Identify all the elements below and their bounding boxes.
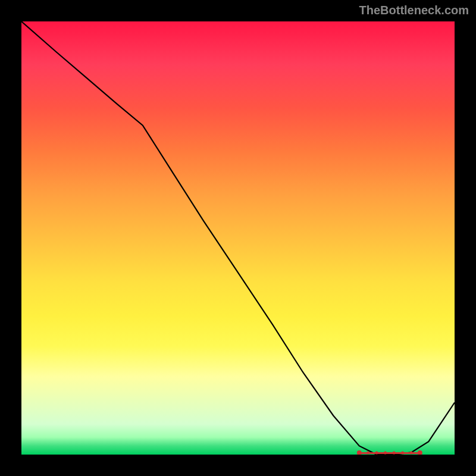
- marker-dot: [367, 452, 369, 455]
- marker-dot: [357, 450, 362, 455]
- plot-area: [21, 21, 455, 455]
- marker-dot: [384, 452, 387, 455]
- chart-container: TheBottleneck.com: [0, 0, 476, 476]
- marker-bar: [359, 452, 420, 454]
- marker-dot: [410, 452, 413, 455]
- marker-dot: [401, 452, 404, 455]
- watermark-text: TheBottleneck.com: [359, 4, 469, 17]
- marker-dot: [375, 452, 378, 455]
- bottleneck-curve: [21, 21, 455, 455]
- chart-svg: [21, 21, 455, 455]
- marker-dot: [393, 452, 396, 455]
- optimal-range-markers: [357, 450, 422, 455]
- marker-dot: [418, 450, 422, 455]
